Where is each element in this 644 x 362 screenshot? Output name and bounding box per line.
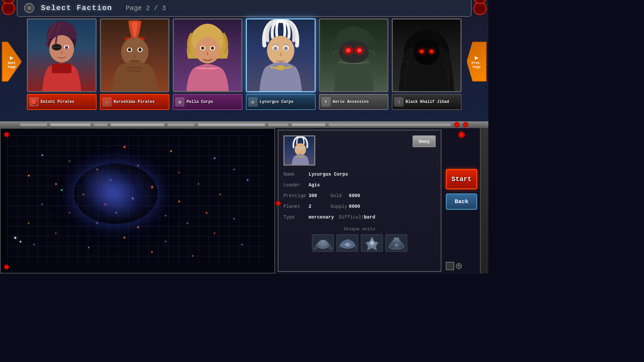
difficulty-value: hard [364,213,375,222]
supply-label: Supply [330,202,349,211]
star-dot [110,179,111,180]
name-value: Lycurgus Corps [309,170,348,179]
star-dot [42,204,43,205]
star-dot [55,183,57,185]
faction-icon-kurushima: ⚔ [102,97,112,107]
svg-point-13 [138,48,142,52]
faction-card-kurushima[interactable]: ⚔ Kurushima Pirates [100,18,170,110]
star-dot [214,158,215,159]
leader-label: Leader [283,180,309,190]
star-dot [165,241,166,242]
svg-point-25 [277,65,284,70]
star-dot [69,161,70,162]
type-value: mercenary [309,213,339,222]
faction-card-emishi[interactable]: 🔴 Emishi Pirates [27,18,97,110]
unit-icon-3 [361,234,383,252]
leader-value: Agis [309,180,320,190]
star-dot [178,172,179,173]
faction-label-lycurgus[interactable]: ◎ Lycurgus Corps [246,94,316,110]
story-button[interactable]: Story [413,135,436,147]
svg-point-11 [128,48,131,52]
star-dot [220,194,221,195]
svg-point-34 [421,50,423,53]
faction-icon-black-khalif: ☽ [394,97,404,107]
faction-portrait-kurushima [100,18,170,92]
faction-label-kurushima[interactable]: ⚔ Kurushima Pirates [100,94,170,110]
svg-point-57 [395,243,398,246]
svg-rect-55 [390,245,394,247]
faction-icon-aerie: ✝ [321,97,331,107]
svg-point-20 [267,36,294,65]
prestige-value: 300 [309,191,330,200]
unit-icon-2 [336,234,358,252]
star-dot [83,194,84,195]
star-dot [214,233,215,234]
prev-page-button[interactable]: ▶ Next Page [2,42,22,82]
faction-card-lycurgus[interactable]: ◎ Lycurgus Corps [246,18,316,110]
unit-icon-4 [385,234,407,252]
star-dot [151,251,153,253]
bottom-controls: + [446,262,477,270]
info-header: Story [283,135,436,166]
unit-icon-1 [312,234,334,252]
faction-info-panel: Story Name Lycurgus Corps Leader Agis Pr… [278,130,441,272]
star-dot [20,241,21,242]
star-dot [69,212,70,213]
star-dot [206,212,207,214]
planet-label: Planet [283,202,309,211]
gear-icon: ⚙ [24,3,34,13]
action-buttons: Start Back + [443,128,480,274]
start-button[interactable]: Start [446,169,477,189]
galaxy-map[interactable] [0,128,275,274]
star-dot [241,244,243,245]
star-dot [192,255,193,256]
svg-point-43 [302,148,304,149]
star-dot [97,223,98,224]
type-label: Type [283,213,309,222]
mini-button-2[interactable]: + [456,263,462,269]
faction-card-aerie[interactable]: ✝ Aerie Assassins [319,18,389,110]
star-dot [61,189,62,191]
svg-rect-54 [394,237,399,240]
planet-value: 2 [309,202,330,211]
faction-select-panel: ⚙ Select Faction Page 2 / 3 ▶ Next Page … [0,0,488,124]
faction-portrait-aerie [319,18,389,92]
faction-label-pella[interactable]: ✿ Pella Corps [173,94,243,110]
svg-point-27 [346,49,350,53]
unique-units-container [283,234,436,252]
star-dot [28,175,30,176]
star-dot [233,169,234,170]
star-dot [247,179,248,181]
svg-point-29 [357,49,361,53]
next-page-button[interactable]: ▶ Prev. Page [467,42,487,82]
star-dot [105,204,106,205]
name-label: Name [283,170,309,179]
star-dot [124,237,125,238]
faction-card-black-khalif[interactable]: ☽ Black Khalif Jihad [392,18,462,110]
star-dot [138,227,139,228]
svg-point-52 [370,241,374,245]
star-dot [97,169,98,170]
faction-portrait-emishi [27,18,97,92]
star-dot [34,244,35,245]
star-dot [42,155,43,156]
gold-label: Gold [330,191,349,200]
svg-point-36 [430,50,433,53]
faction-label-emishi[interactable]: 🔴 Emishi Pirates [27,94,97,110]
faction-label-black-khalif[interactable]: ☽ Black Khalif Jihad [392,94,462,110]
prestige-label: Prestige [283,191,309,200]
right-deco-panel [480,128,488,274]
back-button[interactable]: Back [446,193,477,210]
mini-button-1[interactable] [446,262,454,270]
svg-point-50 [321,240,325,243]
star-dot [14,237,16,239]
star-dot [178,201,180,202]
page-title: Select Faction [41,4,112,12]
star-dot [88,247,89,248]
faction-icon-pella: ✿ [175,97,184,107]
svg-point-39 [294,143,306,156]
star-dot [28,223,29,224]
faction-label-aerie[interactable]: ✝ Aerie Assassins [319,94,389,110]
svg-point-24 [284,47,288,51]
faction-card-pella[interactable]: ✿ Pella Corps [173,18,243,110]
